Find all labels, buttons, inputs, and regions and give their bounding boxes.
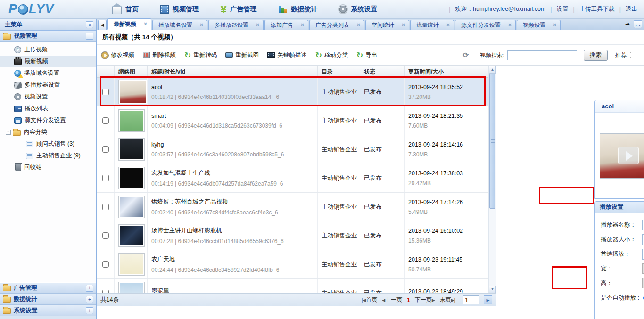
recommend-checkbox[interactable] — [630, 52, 636, 58]
table-row[interactable]: smart 00:04:09 | 6d934e4c46d1d318ca5d263… — [97, 106, 488, 135]
row-checkbox[interactable] — [102, 261, 109, 268]
table-row[interactable]: 农广天地 00:24:44 | 6d934e4c46cd8c3458927d2f… — [97, 250, 488, 279]
table-scrollbar[interactable]: ▲ ▼ — [488, 66, 496, 293]
sidebar-item-recycle-bin[interactable]: 回收站 — [0, 162, 96, 173]
scrollbar-thumb[interactable] — [489, 74, 495, 209]
player-name-select[interactable]: 默认播放器 — [642, 220, 644, 230]
sidebar-item-latest-videos[interactable]: 最新视频 — [0, 56, 96, 67]
row-checkbox[interactable] — [102, 232, 109, 239]
edit-video-button[interactable]: 修改视频 — [101, 51, 134, 59]
sidebar-item-upload-video[interactable]: 上传视频 — [0, 44, 96, 56]
sidebar-item-play-domain[interactable]: 播放域名设置 — [0, 67, 96, 79]
player-size-select[interactable]: 600 — [642, 234, 644, 245]
accordion-ad-management[interactable]: 广告管理 + — [0, 282, 96, 294]
close-icon[interactable]: × — [200, 22, 203, 28]
video-thumbnail[interactable] — [118, 224, 145, 247]
row-checkbox[interactable] — [102, 175, 109, 181]
table-row[interactable]: acol 00:18:42 | 6d934e4c46b1140330f0decf… — [97, 78, 488, 106]
export-button[interactable]: ↻ 导出 — [356, 51, 377, 59]
accordion-video-management[interactable]: 视频管理 − — [0, 31, 96, 42]
close-icon[interactable]: × — [508, 22, 512, 28]
tree-collapse-icon[interactable]: − — [6, 130, 11, 135]
prev-page-button[interactable]: ◀上一页 — [382, 296, 402, 304]
row-checkbox[interactable] — [102, 89, 109, 95]
settings-link[interactable]: 设置 — [557, 5, 569, 13]
search-button[interactable]: 搜索 — [584, 50, 608, 61]
table-row[interactable]: 烘焙展：苏州百城之产品视频 00:02:40 | 6d934e4c467c84d… — [97, 193, 488, 221]
re-transcode-button[interactable]: ↻ 重新转码 — [184, 51, 217, 59]
video-search-input[interactable] — [507, 50, 577, 60]
row-checkbox[interactable] — [102, 290, 109, 293]
table-row[interactable]: kyhg 00:03:57 | 6d934e4c46c3a460208e807e… — [97, 135, 488, 164]
video-thumbnail[interactable] — [118, 80, 148, 104]
tab-scroll-left-button[interactable]: ◀ — [98, 20, 107, 30]
nav-system-settings[interactable]: 系统设置 — [339, 5, 377, 14]
tab-scroll-right-icon[interactable]: ➔ — [623, 20, 632, 28]
delete-video-button[interactable]: 删除视频 — [143, 51, 176, 59]
row-checkbox[interactable] — [102, 146, 109, 153]
polyv-logo[interactable]: PLYV — [8, 2, 93, 16]
tab-multi-player[interactable]: 多播放器设置 × — [208, 20, 264, 30]
next-page-button[interactable]: 下一页▶ — [415, 296, 435, 304]
sidebar-item-playlist[interactable]: 播放列表 — [0, 103, 96, 115]
logout-link[interactable]: 退出 — [626, 5, 637, 13]
sidebar-item-active-sales-enterprise[interactable]: 主动销售企业 (9) — [0, 150, 96, 162]
tab-video-settings[interactable]: 视频设置 × — [517, 20, 561, 30]
video-preview-thumbnail[interactable] — [600, 133, 644, 179]
keyframe-description-button[interactable]: 关键帧描述 — [267, 51, 307, 59]
go-page-button[interactable]: ▶ — [484, 295, 492, 304]
last-page-button[interactable]: 末页▶| — [440, 296, 455, 304]
accordion-expand-button[interactable]: + — [86, 285, 93, 292]
video-thumbnail[interactable] — [118, 109, 145, 132]
nav-home[interactable]: 首页 — [112, 5, 139, 14]
accordion-expand-button[interactable]: + — [86, 296, 93, 303]
sidebar-collapse-button[interactable]: « — [86, 21, 93, 28]
sidebar-item-consultative-sales[interactable]: 顾问式销售 (3) — [0, 138, 96, 150]
table-row[interactable]: 宏发加气混凝土生产线 00:14:19 | 6d934e4c46db074d25… — [97, 164, 488, 193]
accordion-expand-button[interactable]: + — [86, 307, 93, 314]
move-category-button[interactable]: ↻ 移动分类 — [315, 51, 348, 59]
close-icon[interactable]: × — [301, 22, 304, 28]
video-thumbnail[interactable] — [118, 253, 145, 276]
table-row[interactable]: 汤博士主讲开山螺杆膨胀机 00:07:28 | 6d934e4c46ccb01d… — [97, 221, 488, 250]
close-icon[interactable]: × — [446, 22, 450, 28]
nav-video-management[interactable]: 视频管理 — [160, 5, 199, 14]
accordion-system-settings[interactable]: 系统设置 + — [0, 305, 96, 316]
re-screenshot-button[interactable]: 重新截图 — [225, 51, 259, 59]
row-checkbox[interactable] — [102, 204, 109, 210]
nav-ad-management[interactable]: ¥ 广告管理 — [221, 5, 256, 14]
preferred-play-select[interactable]: 流畅 — [642, 249, 644, 260]
close-icon[interactable]: × — [402, 22, 405, 28]
tab-traffic-stats[interactable]: 流量统计 × — [410, 20, 454, 30]
table-row[interactable]: 墨泥黑 主动销售企业 已发布 2013-09-23 18:49:29 — [97, 279, 488, 293]
video-thumbnail[interactable] — [118, 282, 145, 293]
sidebar-item-video-settings[interactable]: 视频设置 — [0, 91, 96, 103]
close-icon[interactable]: × — [144, 21, 147, 27]
tab-add-ad[interactable]: 添加广告 × — [264, 20, 308, 30]
refresh-icon[interactable]: ⟳ — [463, 51, 469, 59]
first-page-button[interactable]: |◀首页 — [362, 296, 377, 304]
sidebar-item-source-distribution[interactable]: 源文件分发设置 — [0, 115, 96, 126]
tab-ad-category-list[interactable]: 广告分类列表 × — [309, 20, 364, 30]
tab-play-domain[interactable]: 播放域名设置 × — [152, 20, 207, 30]
accordion-collapse-button[interactable]: − — [86, 33, 93, 40]
close-icon[interactable]: × — [553, 22, 556, 28]
tab-source-distribution[interactable]: 源文件分发设置 × — [455, 20, 516, 30]
upload-tool-link[interactable]: 上传工具下载 — [579, 5, 615, 13]
video-thumbnail[interactable] — [118, 167, 145, 189]
video-thumbnail[interactable] — [118, 196, 145, 218]
scroll-up-icon[interactable]: ▲ — [489, 66, 496, 74]
accordion-statistics[interactable]: 数据统计 + — [0, 294, 96, 305]
row-checkbox[interactable] — [102, 117, 109, 124]
tab-space-stats[interactable]: 空间统计 × — [365, 20, 409, 30]
video-thumbnail[interactable] — [118, 138, 145, 161]
tab-latest-videos[interactable]: 最新视频 × — [107, 18, 151, 30]
sidebar-item-content-category[interactable]: − 内容分类 — [0, 126, 96, 138]
tab-list-dropdown-icon[interactable]: ⌄⌄ — [634, 20, 642, 28]
nav-statistics[interactable]: 数据统计 — [278, 5, 317, 14]
close-icon[interactable]: × — [256, 22, 259, 28]
scroll-down-icon[interactable]: ▼ — [489, 286, 496, 293]
close-icon[interactable]: × — [357, 22, 360, 28]
play-icon[interactable] — [618, 147, 639, 164]
page-number-input[interactable] — [463, 295, 479, 304]
